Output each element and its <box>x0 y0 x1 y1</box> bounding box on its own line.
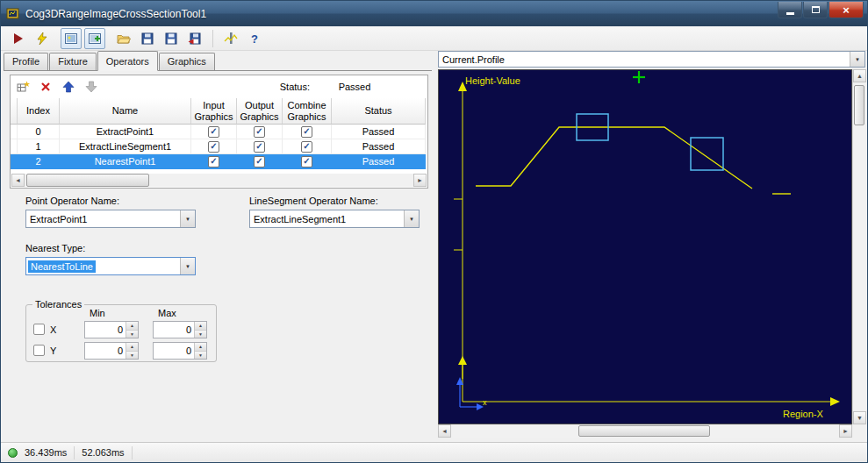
profile-hscrollbar[interactable]: ◄ ► <box>438 424 852 438</box>
minimize-icon <box>786 12 794 15</box>
tolerance-y-min-value: 0 <box>85 343 126 359</box>
statusbar-separator <box>132 446 133 459</box>
move-down-button[interactable] <box>82 78 100 96</box>
maximize-button[interactable] <box>803 2 828 18</box>
tolerance-y-min-spinner[interactable]: 0 ▲▼ <box>84 342 139 360</box>
close-button[interactable]: × <box>829 2 864 18</box>
tab-graphics[interactable]: Graphics <box>159 53 215 70</box>
scroll-thumb[interactable] <box>26 174 149 187</box>
table-row[interactable]: 2NearestPoint1✓✓✓Passed <box>11 154 427 169</box>
electric-run-button[interactable] <box>32 28 53 49</box>
save-script-button[interactable] <box>184 28 205 49</box>
point-operator-label: Point Operator Name: <box>25 196 119 206</box>
maximize-icon <box>812 6 820 13</box>
spin-up-icon[interactable]: ▲ <box>195 343 206 352</box>
save-as-button[interactable] <box>161 28 182 49</box>
profile-selector-combo[interactable]: Current.Profile ▼ <box>438 51 865 68</box>
header-combine-graphics: Combine Graphics <box>283 98 332 125</box>
input-graphics-checkbox[interactable]: ✓ <box>208 141 219 153</box>
header-status: Status <box>332 98 426 125</box>
tolerance-x-min-value: 0 <box>85 322 126 338</box>
spin-down-icon[interactable]: ▼ <box>126 352 138 360</box>
minimize-button[interactable] <box>778 2 802 18</box>
total-time-value: 52.063ms <box>82 447 124 458</box>
tolerance-x-min-spinner[interactable]: 0 ▲▼ <box>84 321 139 338</box>
help-button[interactable]: ? <box>244 28 265 49</box>
run-icon <box>11 32 25 46</box>
combine-graphics-checkbox[interactable]: ✓ <box>301 141 312 153</box>
scroll-thumb[interactable] <box>578 425 710 437</box>
chevron-down-icon[interactable]: ▼ <box>180 210 195 227</box>
open-button[interactable] <box>113 28 134 49</box>
combine-graphics-checkbox[interactable]: ✓ <box>301 156 312 167</box>
current-record-display-button[interactable] <box>61 28 82 49</box>
chevron-down-icon[interactable]: ▼ <box>180 258 195 274</box>
lastrun-record-display-button[interactable] <box>84 28 105 49</box>
tolerance-x-checkbox[interactable] <box>33 324 45 335</box>
run-button[interactable] <box>8 28 29 49</box>
spin-down-icon[interactable]: ▼ <box>126 331 138 338</box>
tolerance-y-max-spinner[interactable]: 0 ▲▼ <box>153 342 207 360</box>
spin-down-icon[interactable]: ▼ <box>195 331 206 338</box>
chevron-down-icon[interactable]: ▼ <box>850 52 864 67</box>
scroll-right-icon[interactable]: ► <box>413 174 427 187</box>
move-down-icon <box>85 81 97 93</box>
profile-display[interactable]: Height-Value Region-X x <box>438 69 852 424</box>
probe-settings-button[interactable] <box>220 28 241 49</box>
title-bar[interactable]: Cog3DRangeImageCrossSectionTool1 × <box>1 1 867 26</box>
tool-edit-window: Cog3DRangeImageCrossSectionTool1 × <box>0 0 868 463</box>
tab-fixture[interactable]: Fixture <box>49 53 97 70</box>
profile-selector-value: Current.Profile <box>439 54 505 65</box>
open-folder-icon <box>117 32 131 46</box>
tolerance-x-max-spinner[interactable]: 0 ▲▼ <box>153 321 207 338</box>
input-graphics-checkbox[interactable]: ✓ <box>208 156 219 167</box>
scroll-left-icon[interactable]: ◄ <box>438 424 451 438</box>
nearest-type-value: NearestToLine <box>28 260 96 273</box>
tab-profile[interactable]: Profile <box>4 53 48 70</box>
input-graphics-checkbox[interactable]: ✓ <box>208 126 219 138</box>
linesegment-operator-value: ExtractLineSegment1 <box>250 214 346 224</box>
spin-up-icon[interactable]: ▲ <box>195 322 206 331</box>
scroll-down-icon[interactable]: ▼ <box>853 411 866 424</box>
run-time-value: 36.439ms <box>25 447 67 458</box>
delete-operator-button[interactable] <box>37 78 54 96</box>
tolerance-y-checkbox[interactable] <box>33 345 45 356</box>
grid-body: 0ExtractPoint1✓✓✓Passed1ExtractLineSegme… <box>11 125 427 169</box>
move-up-button[interactable] <box>60 78 77 96</box>
grid-hscrollbar[interactable]: ◄ ► <box>11 174 427 187</box>
spin-down-icon[interactable]: ▼ <box>195 352 206 360</box>
combine-graphics-checkbox[interactable]: ✓ <box>301 126 312 138</box>
tab-operators[interactable]: Operators <box>97 51 158 71</box>
scroll-left-icon[interactable]: ◄ <box>11 174 25 187</box>
profile-vscrollbar[interactable]: ▲ ▼ <box>852 69 865 424</box>
spin-up-icon[interactable]: ▲ <box>126 343 138 352</box>
scroll-right-icon[interactable]: ► <box>839 424 852 438</box>
output-graphics-checkbox[interactable]: ✓ <box>254 141 265 153</box>
tolerance-x-label: X <box>50 324 56 335</box>
add-operator-button[interactable] <box>14 78 32 96</box>
status-label: Status: <box>280 82 310 92</box>
scroll-up-icon[interactable]: ▲ <box>853 69 866 82</box>
move-up-icon <box>62 81 75 93</box>
delete-operator-icon <box>39 81 52 93</box>
header-gutter <box>11 98 18 125</box>
point-operator-combo[interactable]: ExtractPoint1 ▼ <box>25 210 196 228</box>
svg-text:?: ? <box>251 32 258 46</box>
statusbar-separator <box>74 446 75 459</box>
table-row[interactable]: 0ExtractPoint1✓✓✓Passed <box>11 125 427 139</box>
chevron-down-icon[interactable]: ▼ <box>404 210 419 227</box>
tolerances-group: Tolerances Min Max X 0 ▲▼ 0 ▲▼ Y 0 ▲▼ 0 … <box>25 304 217 362</box>
tolerance-y-label: Y <box>50 345 56 356</box>
spin-up-icon[interactable]: ▲ <box>126 322 138 331</box>
probe-settings-icon <box>224 32 238 46</box>
window-title: Cog3DRangeImageCrossSectionTool1 <box>25 8 206 20</box>
nearest-type-combo[interactable]: NearestToLine ▼ <box>25 257 196 275</box>
output-graphics-checkbox[interactable]: ✓ <box>254 126 265 138</box>
output-graphics-checkbox[interactable]: ✓ <box>254 156 265 167</box>
scroll-thumb[interactable] <box>854 85 864 125</box>
linesegment-operator-combo[interactable]: ExtractLineSegment1 ▼ <box>249 210 420 228</box>
save-button[interactable] <box>137 28 158 49</box>
table-row[interactable]: 1ExtractLineSegment1✓✓✓Passed <box>11 139 427 154</box>
header-name: Name <box>60 98 191 125</box>
header-input-graphics: Input Graphics <box>191 98 237 125</box>
